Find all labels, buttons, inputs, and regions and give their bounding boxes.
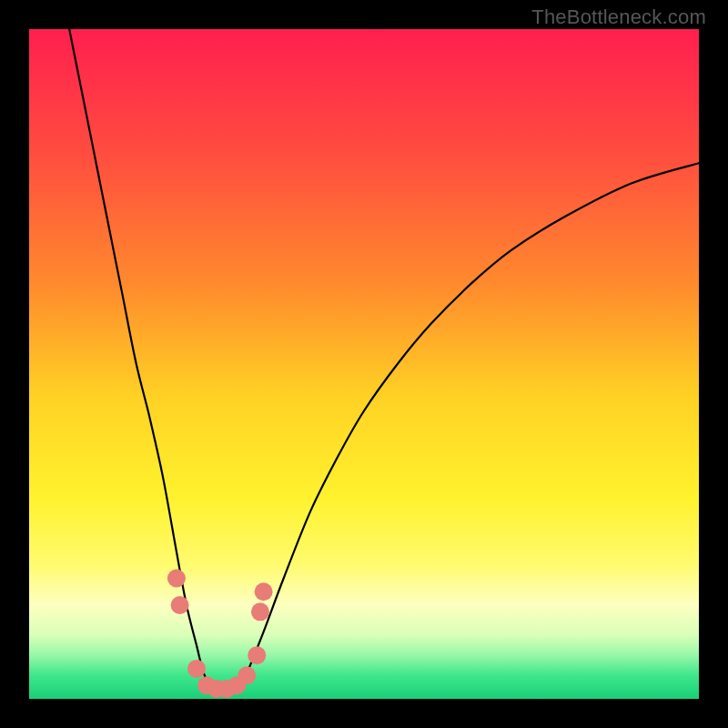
gradient-background [29,29,699,699]
watermark-text: TheBottleneck.com [531,5,706,29]
plot-svg [29,29,699,699]
chart-frame: TheBottleneck.com [0,0,728,728]
marker-dot [171,596,189,614]
marker-dot [187,660,206,678]
marker-dot [238,666,256,684]
plot-area [29,29,699,699]
marker-dot [248,646,266,664]
marker-dot [251,602,269,621]
marker-dot [167,570,186,588]
marker-dot [255,582,273,601]
